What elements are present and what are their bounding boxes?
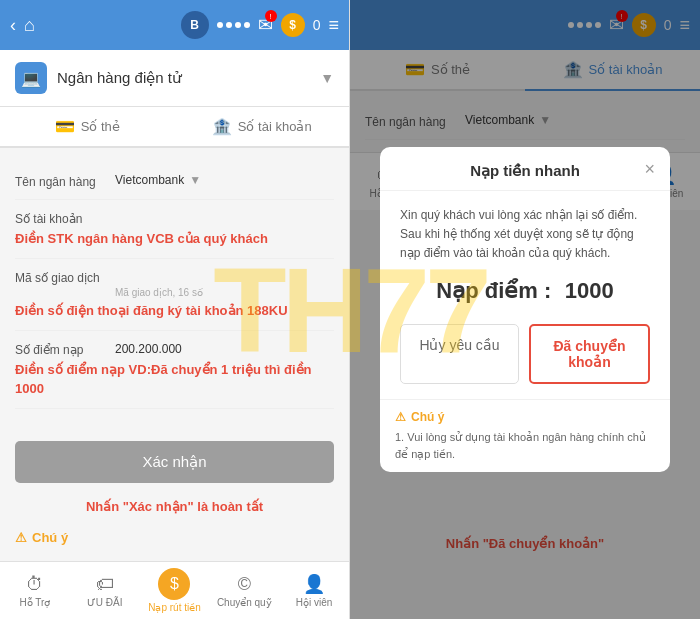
card-icon: 💳: [55, 117, 75, 136]
bank-name-label: Tên ngân hàng: [15, 173, 105, 189]
bank-icon: 🏦: [212, 117, 232, 136]
dialog-note-header-text: Chú ý: [411, 410, 444, 424]
account-label: Số tài khoản: [15, 210, 105, 226]
bank-select-arrow: ▼: [189, 173, 201, 187]
account-input[interactable]: [115, 210, 334, 226]
bank-name-row: Tên ngân hàng Vietcombank ▼: [15, 163, 334, 200]
nav-chuyen-quy-label: Chuyển quỹ: [217, 597, 272, 608]
tab-so-the-label: Số thẻ: [81, 119, 120, 134]
nav-uu-dai[interactable]: 🏷 ƯU ĐÃI: [70, 562, 140, 619]
right-panel: ✉ ! $ 0 ≡ 💳 Số thẻ 🏦 Số tài khoản Tên ng…: [350, 0, 700, 619]
home-icon[interactable]: ⌂: [24, 15, 35, 36]
left-tab-row: 💳 Số thẻ 🏦 Số tài khoản: [0, 107, 349, 148]
points-row: Số điểm nạp Điền số điểm nạp VD:Đã chuyể…: [15, 331, 334, 408]
header-title: Ngân hàng điện tử: [57, 69, 310, 87]
dialog-points-row: Nạp điểm : 1000: [400, 278, 650, 304]
dialog-note: ⚠ Chú ý 1. Vui lòng sử dụng tài khoản ng…: [380, 399, 670, 472]
annotation-points: Điền số điểm nạp VD:Đã chuyển 1 triệu th…: [15, 361, 334, 397]
user-icon: 👤: [303, 573, 325, 595]
transfer-icon: ©: [238, 574, 251, 595]
balance-number: 0: [313, 17, 321, 33]
tab-so-tai-khoan-label: Số tài khoản: [238, 119, 312, 134]
nav-hoi-vien-label: Hội viên: [296, 597, 333, 608]
transaction-row: Mã số giao dịch Mã giao dịch, 16 số Điền…: [15, 259, 334, 331]
annotation-stk: Điền STK ngân hàng VCB của quý khách: [15, 230, 268, 248]
account-row: Số tài khoản Điền STK ngân hàng VCB của …: [15, 200, 334, 259]
transaction-subtext: Mã giao dịch, 16 số: [115, 287, 334, 298]
coin-icon: $: [281, 13, 305, 37]
confirm-button[interactable]: Xác nhận: [15, 441, 334, 483]
left-topbar: ‹ ⌂ B ✉ ! $ 0 ≡: [0, 0, 349, 50]
cancel-button[interactable]: Hủy yêu cầu: [400, 324, 519, 384]
nav-ho-tro-label: Hỗ Trợ: [19, 597, 50, 608]
nav-ho-tro[interactable]: ⏱ Hỗ Trợ: [0, 562, 70, 619]
avatar: B: [181, 11, 209, 39]
confirm-transfer-button[interactable]: Đã chuyển khoản: [529, 324, 650, 384]
uu-dai-icon: 🏷: [96, 574, 114, 595]
dialog-title: Nạp tiền nhanh: [470, 162, 580, 180]
left-bottom-nav: ⏱ Hỗ Trợ 🏷 ƯU ĐÃI $ Nạp rút tiền © Chuyể…: [0, 561, 349, 619]
dialog-buttons: Hủy yêu cầu Đã chuyển khoản: [400, 324, 650, 384]
dialog-points-label: Nạp điểm :: [436, 278, 551, 303]
nav-uu-dai-label: ƯU ĐÃI: [87, 597, 123, 608]
nav-nap-rut-label: Nạp rút tiền: [148, 602, 201, 613]
back-icon[interactable]: ‹: [10, 15, 16, 36]
left-header: 💻 Ngân hàng điện tử ▼: [0, 50, 349, 107]
nav-chuyen-quy[interactable]: © Chuyển quỹ: [209, 562, 279, 619]
nap-rut-icon: $: [158, 568, 190, 600]
left-note: ⚠ Chú ý: [0, 520, 349, 561]
dialog-text: Xin quý khách vui lòng xác nhận lại số đ…: [400, 206, 650, 264]
nav-nap-rut[interactable]: $ Nạp rút tiền: [140, 562, 210, 619]
dialog-header: Nạp tiền nhanh ×: [380, 147, 670, 191]
menu-icon[interactable]: ≡: [328, 15, 339, 36]
points-input[interactable]: [115, 341, 334, 357]
transaction-label: Mã số giao dịch: [15, 269, 105, 298]
dots-indicator: [217, 22, 250, 28]
annotation-phone: Điền số điện thoại đăng ký tài khoản 188…: [15, 302, 288, 320]
dialog-note-header: ⚠ Chú ý: [395, 410, 655, 424]
clock-icon: ⏱: [26, 574, 44, 595]
header-arrow-icon[interactable]: ▼: [320, 70, 334, 86]
dialog-box: Nạp tiền nhanh × Xin quý khách vui lòng …: [380, 147, 670, 473]
nav-hoi-vien[interactable]: 👤 Hội viên: [279, 562, 349, 619]
dialog-warning-icon: ⚠: [395, 410, 406, 424]
warning-icon: ⚠: [15, 530, 27, 545]
points-label: Số điểm nạp: [15, 341, 105, 357]
transaction-input[interactable]: [115, 272, 265, 286]
envelope-icon[interactable]: ✉ !: [258, 14, 273, 36]
left-form: Tên ngân hàng Vietcombank ▼ Số tài khoản…: [0, 148, 349, 431]
dialog-close-button[interactable]: ×: [644, 159, 655, 180]
confirm-annotation: Nhấn "Xác nhận" là hoàn tất: [0, 493, 349, 520]
tab-so-tai-khoan[interactable]: 🏦 Số tài khoản: [175, 107, 350, 148]
note-header-text: Chú ý: [32, 530, 68, 545]
note-header: ⚠ Chú ý: [15, 530, 334, 545]
notification-badge: !: [265, 10, 277, 22]
bank-name-value[interactable]: Vietcombank ▼: [115, 173, 334, 187]
dialog-points-value: 1000: [565, 278, 614, 303]
tab-so-the[interactable]: 💳 Số thẻ: [0, 107, 175, 148]
bank-digital-icon: 💻: [15, 62, 47, 94]
left-panel: ‹ ⌂ B ✉ ! $ 0 ≡ 💻 Ngân hàng điện tử ▼ 💳 …: [0, 0, 350, 619]
dialog-body: Xin quý khách vui lòng xác nhận lại số đ…: [380, 191, 670, 400]
dialog-note-text: 1. Vui lòng sử dụng tài khoản ngân hàng …: [395, 429, 655, 462]
dialog-overlay: Nạp tiền nhanh × Xin quý khách vui lòng …: [350, 0, 700, 619]
